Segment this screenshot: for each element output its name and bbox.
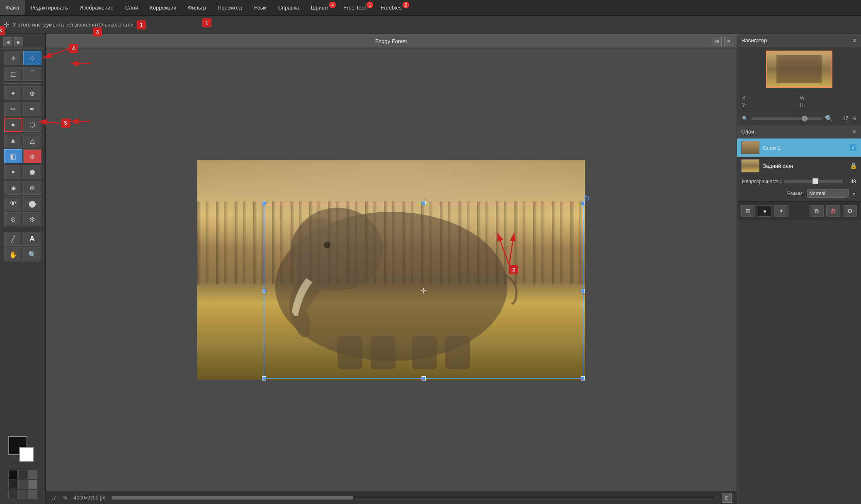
grid-swatch-6[interactable] [28, 480, 37, 489]
magic-wand-tool-btn[interactable]: ✦ [4, 86, 22, 100]
menu-language[interactable]: Язык [248, 0, 272, 15]
layers-panel: Слои ✕ Слой 1 ✓ Задний фон [737, 125, 861, 504]
layer-settings-btn[interactable]: ⚙ [843, 205, 857, 217]
opacity-row: Непрозрачность: 48 [737, 175, 861, 188]
annotation-1: 1 [137, 20, 146, 29]
zoom-slider-thumb [802, 116, 808, 121]
blend-mode-select[interactable]: Normal Multiply Screen Overlay [807, 189, 849, 198]
zoom-unit: % [63, 495, 67, 501]
blur-tool-btn[interactable]: ⊛ [23, 181, 41, 195]
heal-tool-btn[interactable]: ◈ [4, 181, 22, 195]
layers-title: Слои [741, 128, 754, 135]
layer-actions: ⊞ ● ✦ ⧉ 🗑 ⚙ [737, 201, 861, 220]
background-color-swatch[interactable] [19, 447, 34, 462]
menu-correction[interactable]: Коррекция [144, 0, 182, 15]
opacity-value: 48 [846, 179, 856, 184]
stamp-tool-btn[interactable]: ⊕ [23, 149, 41, 163]
menu-edit[interactable]: Редактировать [25, 0, 74, 15]
grid-swatch-1[interactable] [8, 470, 17, 479]
layer-item-1[interactable]: Задний фон 🔒 [737, 157, 861, 175]
horizontal-scrollbar[interactable] [112, 496, 715, 500]
menu-font[interactable]: Шрифт 4 [305, 0, 338, 15]
text-tool-btn[interactable]: A [23, 232, 41, 246]
options-bar: ✛ У этого инструмента нет дополнительных… [0, 16, 861, 34]
pencil-tool-btn[interactable]: ✏ [4, 102, 22, 116]
menu-view[interactable]: Просмотр [212, 0, 248, 15]
color-picker-tool-btn[interactable]: ✦ [4, 165, 22, 179]
scrollbar-thumb [112, 496, 353, 499]
grid-swatch-4[interactable] [8, 480, 17, 489]
layer-lock-icon-1: 🔒 [850, 162, 857, 169]
layer-duplicate-btn[interactable]: ⧉ [810, 205, 824, 217]
canvas-wrapper[interactable]: ✛ ↻ [46, 49, 737, 491]
layer-adjustment-btn[interactable]: ✦ [774, 205, 788, 217]
grid-swatch-5[interactable] [18, 480, 27, 489]
grid-swatch-3[interactable] [28, 470, 37, 479]
layer-visibility-0[interactable]: ✓ [849, 144, 857, 151]
foreground-color-swatch[interactable] [8, 436, 27, 455]
menu-image[interactable]: Изображение [74, 0, 119, 15]
nav-prev[interactable]: ◀ [3, 37, 12, 46]
move-tool-btn[interactable]: ✛ [4, 51, 22, 65]
zoom-tool-btn[interactable]: 🔍 [23, 247, 41, 262]
close-window-btn[interactable]: ✕ [724, 37, 733, 46]
opacity-label: Непрозрачность: [742, 179, 781, 184]
layer-composite-btn[interactable]: ⊞ [741, 205, 755, 217]
canvas-dimensions: 4000x2250 px [74, 495, 105, 501]
layer-delete-btn[interactable]: 🗑 [826, 205, 840, 217]
transform-tool-btn[interactable]: ⊹ [23, 51, 41, 65]
layers-header: Слои ✕ [737, 125, 861, 138]
zoom-value-display: 17 [837, 116, 848, 121]
fill-tool-btn[interactable]: △ [23, 133, 41, 148]
layer-item-0[interactable]: Слой 1 ✓ [737, 138, 861, 157]
canvas-image: ✛ ↻ [197, 160, 585, 380]
clone-tool-btn[interactable]: ⬡ [23, 118, 41, 132]
maximize-window-btn[interactable]: ⊞ [713, 37, 722, 46]
gradient-tool-btn[interactable]: ▲ [4, 133, 22, 148]
annotation-badge-2: 2 [509, 265, 518, 274]
menu-freetool[interactable]: Free Tool 1 [337, 0, 375, 15]
grid-swatch-2[interactable] [18, 470, 27, 479]
warp-tool-btn[interactable]: ✼ [23, 212, 41, 226]
layer-name-1: Задний фон [763, 163, 846, 169]
grid-swatch-8[interactable] [18, 490, 27, 499]
nav-next[interactable]: ▶ [14, 37, 23, 46]
grid-swatch-7[interactable] [8, 490, 17, 499]
3d-tool-btn[interactable]: ⊛ [4, 212, 22, 226]
menu-layer[interactable]: Слой [119, 0, 144, 15]
expand-status-btn[interactable]: ⊞ [722, 493, 732, 503]
menu-help[interactable]: Справка [272, 0, 305, 15]
svg-point-2 [290, 218, 348, 288]
font-badge: 4 [329, 2, 336, 8]
freetool-badge: 1 [366, 2, 373, 8]
layers-close-btn[interactable]: ✕ [852, 128, 857, 135]
elephant-svg [246, 170, 536, 369]
layer-thumb-1 [741, 159, 759, 172]
menu-freebies[interactable]: Freebies 2 [375, 0, 411, 15]
select-rect-tool-btn[interactable]: ◻ [4, 67, 22, 81]
status-bar: 17 % 4000x2250 px ⊞ [46, 491, 737, 504]
line-tool-btn[interactable]: ╱ [4, 232, 22, 246]
menu-file[interactable]: Файл [0, 0, 25, 15]
navigator-coords: X: W: Y: H: [737, 92, 861, 112]
menu-filter[interactable]: Фильтр [182, 0, 212, 15]
navigator-close-btn[interactable]: ✕ [852, 37, 857, 44]
annotation-badge-4: 4 [69, 44, 78, 53]
hand-tool-btn[interactable]: ✋ [4, 247, 22, 262]
svg-rect-6 [445, 336, 470, 369]
eraser-tool-btn[interactable]: ● [4, 118, 22, 132]
navigator-panel: Навигатор ✕ X: W: [737, 34, 861, 125]
zoom-slider[interactable] [752, 117, 822, 120]
zoom-row: 🔍 🔍 17 % [737, 112, 861, 125]
shape-tool-btn[interactable]: ◧ [4, 149, 22, 163]
crop-tool-btn[interactable]: ⊕ [23, 86, 41, 100]
burn-tool-btn[interactable]: ⬤ [23, 196, 41, 211]
grid-swatch-9[interactable] [28, 490, 37, 499]
navigator-title: Навигатор [741, 37, 767, 44]
dodge-tool-btn[interactable]: 👁 [4, 196, 22, 211]
brush-tool-btn[interactable]: ✒ [23, 102, 41, 116]
layer-mask-btn[interactable]: ● [758, 205, 772, 217]
opacity-slider[interactable] [784, 180, 843, 183]
select-lasso-tool-btn[interactable]: ⌒ [23, 67, 41, 81]
paint-bucket-tool-btn[interactable]: ⬟ [23, 165, 41, 179]
